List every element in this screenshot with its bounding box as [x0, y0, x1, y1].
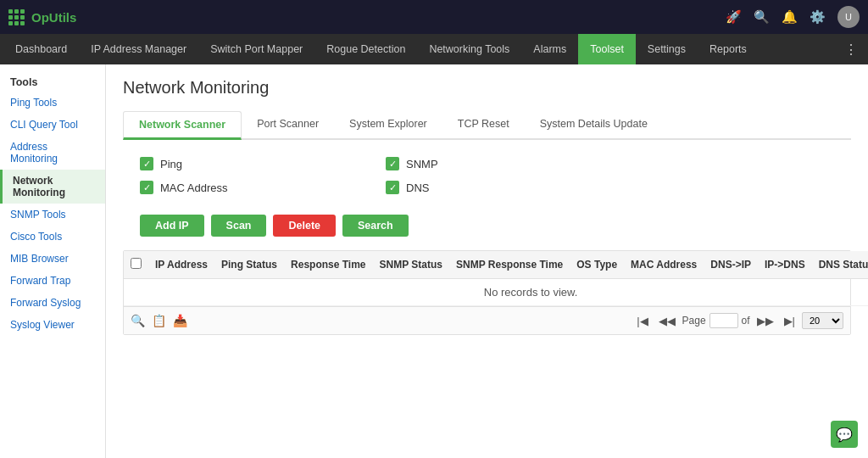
prev-page-button[interactable]: ◀◀: [655, 313, 679, 329]
sidebar-item-forward-syslog[interactable]: Forward Syslog: [0, 292, 105, 314]
nav-ip-address-manager[interactable]: IP Address Manager: [79, 34, 198, 64]
tab-system-explorer[interactable]: System Explorer: [334, 111, 442, 140]
table-footer-icons: 🔍 📋 📥: [131, 314, 187, 327]
dns-checkbox[interactable]: ✓: [386, 181, 399, 194]
sidebar-item-syslog-viewer[interactable]: Syslog Viewer: [0, 314, 105, 336]
sidebar-item-mib-browser[interactable]: MIB Browser: [0, 248, 105, 270]
download-icon[interactable]: 📥: [173, 314, 187, 327]
chat-button[interactable]: 💬: [831, 421, 858, 448]
action-bar: Add IP Scan Delete Search: [123, 215, 851, 237]
topbar-left: OpUtils: [8, 9, 76, 25]
next-page-button[interactable]: ▶▶: [754, 313, 777, 329]
page-input[interactable]: [709, 313, 738, 328]
dns-label: DNS: [406, 182, 429, 194]
col-checkbox[interactable]: [124, 251, 148, 279]
sidebar-item-cli-query-tool[interactable]: CLI Query Tool: [0, 114, 105, 136]
nav-switch-port-mapper[interactable]: Switch Port Mapper: [198, 34, 314, 64]
search-icon[interactable]: 🔍: [754, 9, 770, 25]
options-grid: ✓ Ping ✓ SNMP ✓ MAC Address ✓ DNS: [140, 157, 564, 194]
gear-icon[interactable]: ⚙️: [810, 9, 826, 25]
add-ip-button[interactable]: Add IP: [140, 215, 204, 237]
snmp-checkbox[interactable]: ✓: [386, 157, 399, 170]
option-mac-address: ✓ MAC Address: [140, 181, 318, 194]
col-os-type: OS Type: [570, 251, 624, 279]
tab-port-scanner[interactable]: Port Scanner: [242, 111, 334, 140]
nav-dashboard[interactable]: Dashboard: [3, 34, 79, 64]
col-ping-status: Ping Status: [214, 251, 284, 279]
table-header-row: IP Address Ping Status Response Time SNM…: [124, 251, 868, 279]
mac-checkbox[interactable]: ✓: [140, 181, 153, 194]
tabs-bar: Network Scanner Port Scanner System Expl…: [123, 111, 851, 140]
ping-label: Ping: [160, 158, 182, 170]
no-records-text: No records to view.: [124, 279, 868, 306]
col-ip-dns: IP->DNS: [758, 251, 812, 279]
col-dns-status: DNS Status: [812, 251, 868, 279]
col-ip-address: IP Address: [148, 251, 214, 279]
pagination: |◀ ◀◀ Page of ▶▶ ▶| 10 20 50 100: [633, 312, 843, 329]
sidebar-item-snmp-tools[interactable]: SNMP Tools: [0, 204, 105, 226]
page-label: Page: [682, 315, 706, 327]
nav-alarms[interactable]: Alarms: [521, 34, 578, 64]
sidebar-item-address-monitoring[interactable]: Address Monitoring: [0, 136, 105, 170]
option-snmp: ✓ SNMP: [386, 157, 564, 170]
scan-button[interactable]: Scan: [211, 215, 267, 237]
export-icon[interactable]: 📋: [152, 314, 166, 327]
table-footer: 🔍 📋 📥 |◀ ◀◀ Page of ▶▶ ▶| 10 20 50: [124, 306, 850, 334]
search-button[interactable]: Search: [342, 215, 409, 237]
app-logo: OpUtils: [31, 10, 76, 25]
nav-more-button[interactable]: ⋮: [837, 42, 865, 58]
table-empty-row: No records to view.: [124, 279, 868, 306]
sidebar-item-cisco-tools[interactable]: Cisco Tools: [0, 226, 105, 248]
search-footer-icon[interactable]: 🔍: [131, 314, 145, 327]
sidebar-item-forward-trap[interactable]: Forward Trap: [0, 270, 105, 292]
rocket-icon[interactable]: 🚀: [726, 9, 742, 25]
nav-reports[interactable]: Reports: [698, 34, 759, 64]
nav-toolset[interactable]: Toolset: [578, 34, 636, 64]
option-ping: ✓ Ping: [140, 157, 318, 170]
nav-rogue-detection[interactable]: Rogue Detection: [314, 34, 417, 64]
navbar: Dashboard IP Address Manager Switch Port…: [0, 34, 868, 64]
sidebar-item-ping-tools[interactable]: Ping Tools: [0, 92, 105, 114]
topbar-right: 🚀 🔍 🔔 ⚙️ U: [726, 6, 860, 28]
tab-network-scanner[interactable]: Network Scanner: [123, 111, 242, 140]
main-content: Network Monitoring Network Scanner Port …: [106, 64, 868, 458]
col-dns-ip: DNS->IP: [704, 251, 758, 279]
page-title: Network Monitoring: [123, 78, 851, 98]
last-page-button[interactable]: ▶|: [781, 313, 798, 329]
data-table: IP Address Ping Status Response Time SNM…: [124, 251, 868, 306]
col-snmp-response-time: SNMP Response Time: [449, 251, 570, 279]
avatar[interactable]: U: [837, 6, 860, 28]
sidebar-item-network-monitoring[interactable]: Network Monitoring: [0, 170, 105, 204]
of-label: of: [742, 315, 750, 327]
delete-button[interactable]: Delete: [273, 215, 336, 237]
nav-settings[interactable]: Settings: [636, 34, 698, 64]
avatar-label: U: [845, 12, 852, 22]
snmp-label: SNMP: [406, 158, 438, 170]
col-response-time: Response Time: [284, 251, 372, 279]
nav-networking-tools[interactable]: Networking Tools: [417, 34, 521, 64]
data-table-container: IP Address Ping Status Response Time SNM…: [123, 250, 851, 335]
app-name: OpUtils: [31, 10, 76, 25]
tab-tcp-reset[interactable]: TCP Reset: [442, 111, 525, 140]
first-page-button[interactable]: |◀: [633, 313, 651, 329]
layout: Tools Ping Tools CLI Query Tool Address …: [0, 64, 868, 458]
bell-icon[interactable]: 🔔: [782, 9, 798, 25]
tab-system-details-update[interactable]: System Details Update: [525, 111, 663, 140]
grid-icon: [8, 9, 25, 25]
col-mac-address: MAC Address: [624, 251, 704, 279]
sidebar: Tools Ping Tools CLI Query Tool Address …: [0, 64, 106, 458]
select-all-checkbox[interactable]: [131, 258, 142, 269]
col-snmp-status: SNMP Status: [373, 251, 449, 279]
topbar: OpUtils 🚀 🔍 🔔 ⚙️ U: [0, 0, 868, 34]
option-dns: ✓ DNS: [386, 181, 564, 194]
ping-checkbox[interactable]: ✓: [140, 157, 153, 170]
sidebar-title: Tools: [0, 71, 105, 92]
mac-label: MAC Address: [160, 182, 227, 194]
page-size-select[interactable]: 10 20 50 100: [802, 312, 843, 329]
